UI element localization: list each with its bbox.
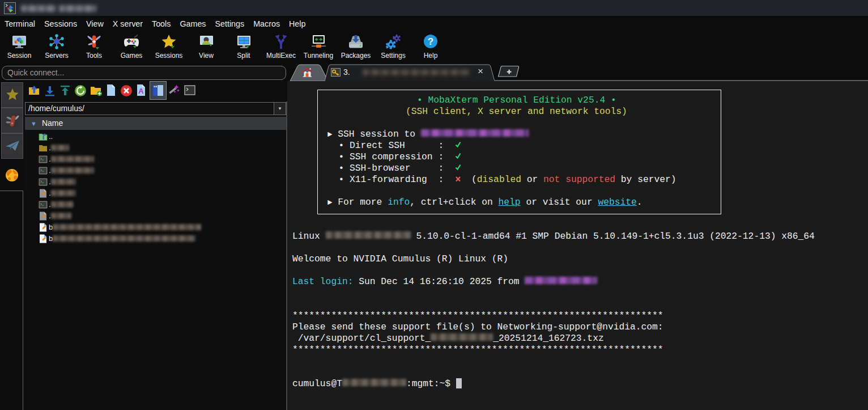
svg-text:A: A [138,87,144,95]
svg-text:?: ? [428,36,433,47]
